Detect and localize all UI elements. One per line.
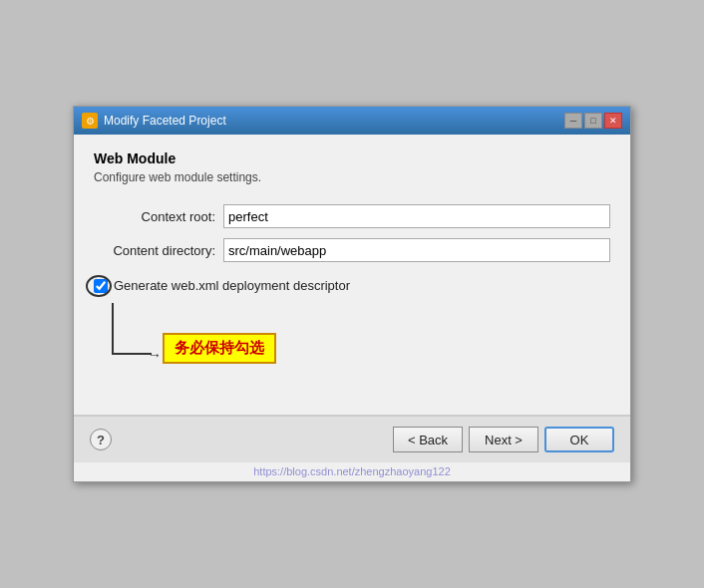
title-bar-controls: ─ □ ✕ [564,113,622,129]
generate-webxml-row: Generate web.xml deployment descriptor [94,278,610,293]
footer: ? < Back Next > OK [74,416,630,462]
minimize-button[interactable]: ─ [564,113,582,129]
context-root-input[interactable] [223,204,610,228]
generate-webxml-label: Generate web.xml deployment descriptor [114,278,350,293]
footer-left: ? [90,429,112,450]
annotation-line-horizontal [112,353,152,355]
title-bar: ⚙ Modify Faceted Project ─ □ ✕ [74,107,630,135]
main-window: ⚙ Modify Faceted Project ─ □ ✕ Web Modul… [73,106,631,482]
close-button[interactable]: ✕ [604,113,622,129]
annotation-area: → 务必保持勾选 [108,303,610,383]
annotation-arrow-icon: → [148,347,162,363]
content-directory-label: Content directory: [94,243,223,258]
checkbox-container [94,279,108,293]
next-button[interactable]: Next > [469,427,538,452]
title-bar-left: ⚙ Modify Faceted Project [82,113,226,129]
ok-button[interactable]: OK [544,427,614,452]
window-icon: ⚙ [82,113,98,129]
help-button[interactable]: ? [90,429,112,450]
window-title: Modify Faceted Project [104,114,226,128]
generate-webxml-checkbox[interactable] [94,279,108,293]
footer-buttons: < Back Next > OK [393,427,614,452]
section-subtitle: Configure web module settings. [94,170,610,184]
back-button[interactable]: < Back [393,427,463,452]
watermark: https://blog.csdn.net/zhengzhaoyang122 [74,462,630,481]
context-root-label: Context root: [94,209,223,224]
context-root-row: Context root: [94,204,610,228]
annotation-line-vertical [112,303,114,353]
annotation-bubble: 务必保持勾选 [163,333,276,364]
section-title: Web Module [94,150,610,166]
main-content: Web Module Configure web module settings… [74,135,630,399]
restore-button[interactable]: □ [584,113,602,129]
content-directory-input[interactable] [223,238,610,262]
content-directory-row: Content directory: [94,238,610,262]
